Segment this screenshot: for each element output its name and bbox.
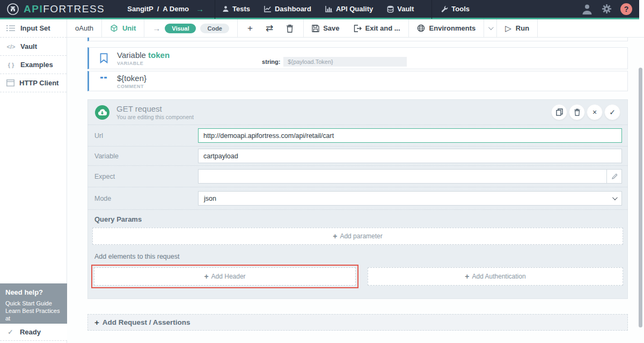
expect-input[interactable]	[198, 169, 607, 184]
comment-title: ${token}	[117, 74, 147, 83]
left-sidebar: Input Set </> Vault { } Examples HTTP Cl…	[0, 19, 67, 343]
test-toolbar: oAuth Unit → Visual Code + ⇄ Save Exit a…	[67, 19, 644, 38]
breadcrumb-project[interactable]: A Demo	[163, 5, 189, 13]
arrow-right-icon: →	[152, 24, 160, 33]
sidebar-item-examples[interactable]: { } Examples	[0, 56, 67, 74]
variable-field-row: Variable	[88, 147, 627, 166]
exit-icon	[354, 25, 362, 32]
nav-item-vault[interactable]: Vault	[380, 0, 421, 18]
save-button[interactable]: Save	[312, 24, 339, 32]
app-logo[interactable]: APIFORTRESS	[6, 3, 105, 16]
run-button[interactable]: ▷ Run	[497, 19, 538, 37]
nav-item-dashboard[interactable]: Dashboard	[257, 0, 318, 18]
nav-item-tests[interactable]: Tests	[215, 0, 257, 18]
breadcrumb-user[interactable]: SangitP	[127, 5, 153, 13]
user-icon	[222, 5, 229, 12]
need-help-box: Need help? Quick Start Guide Learn Best …	[0, 283, 67, 324]
scrollbar-gutter	[639, 0, 644, 19]
add-authentication-button[interactable]: + Add Authentication	[368, 267, 623, 286]
component-body: ${token} COMMENT	[117, 74, 147, 89]
variable-title: Variable token	[117, 50, 170, 60]
variable-value-pair: string: ${payload.Token}	[262, 57, 407, 67]
add-parameter-button[interactable]: + Add parameter	[92, 228, 623, 245]
file-actions: Save Exit and ...	[304, 19, 408, 37]
component-actions: + ⇄	[238, 19, 304, 37]
status-label: Ready	[20, 328, 41, 336]
quote-icon: “	[99, 77, 108, 85]
mode-select[interactable]: json	[198, 191, 622, 206]
sidebar-item-input-set[interactable]: Input Set	[0, 19, 67, 38]
code-toggle-button[interactable]: Code	[200, 24, 229, 33]
breadcrumb[interactable]: SangitP / A Demo →	[127, 4, 204, 13]
sidebar-item-vault[interactable]: </> Vault	[0, 38, 67, 56]
vertical-scrollbar-thumb[interactable]	[639, 68, 642, 327]
component-icon-wrap: “	[94, 77, 113, 85]
copy-icon	[556, 108, 563, 116]
request-icon-badge	[95, 105, 109, 120]
confirm-button[interactable]: ✓	[604, 104, 620, 120]
exit-button[interactable]: Exit and ...	[354, 24, 400, 32]
play-icon: ▷	[505, 24, 511, 32]
variable-component-card[interactable]: Variable token VARIABLE string: ${payloa…	[87, 47, 628, 69]
help-button[interactable]: ?	[620, 3, 632, 15]
database-icon	[387, 5, 394, 13]
wrench-icon	[441, 5, 448, 12]
component-icon-wrap	[94, 53, 113, 63]
chart-line-icon	[264, 5, 272, 12]
add-header-highlight: + Add Header	[91, 265, 358, 288]
quick-start-link[interactable]: Quick Start Guide	[5, 300, 62, 307]
list-icon	[6, 25, 16, 32]
globe-icon	[417, 24, 425, 32]
variable-name: token	[148, 50, 170, 60]
add-elements-label: Add elements to this request	[94, 253, 627, 260]
url-field-label: Url	[94, 132, 198, 140]
pencil-icon	[611, 173, 618, 180]
visual-toggle-button[interactable]: Visual	[165, 24, 196, 33]
test-composer-canvas: Variable token VARIABLE string: ${payloa…	[67, 38, 644, 343]
chevron-down-icon	[612, 195, 618, 200]
get-request-header: GET request You are editing this compone…	[88, 100, 627, 125]
braces-icon: { }	[6, 62, 16, 68]
browser-window-icon	[6, 79, 14, 86]
breadcrumb-arrow-icon: →	[196, 4, 204, 13]
url-field-row: Url	[88, 125, 627, 147]
trash-icon[interactable]	[286, 24, 294, 33]
variable-input[interactable]	[198, 149, 622, 163]
navbar-actions: ?	[581, 3, 632, 15]
bookmark-icon	[100, 53, 108, 63]
expect-field-label: Expect	[94, 173, 198, 180]
comment-component-card[interactable]: “ ${token} COMMENT	[87, 71, 628, 91]
ready-check-icon: ✓	[8, 328, 13, 336]
view-toggle: → Visual Code	[144, 19, 238, 37]
cancel-button[interactable]: ×	[587, 104, 603, 120]
url-input[interactable]	[198, 128, 622, 143]
need-help-title: Need help?	[5, 288, 62, 296]
expect-field-row: Expect	[88, 166, 627, 187]
request-header-text: GET request You are editing this compone…	[116, 104, 551, 120]
duplicate-button[interactable]	[551, 104, 567, 120]
settings-gear-icon[interactable]	[602, 4, 612, 14]
tab-oauth[interactable]: oAuth	[67, 19, 102, 37]
add-header-button[interactable]: + Add Header	[94, 267, 356, 286]
add-component-button[interactable]: +	[247, 24, 253, 33]
delete-button[interactable]	[569, 104, 585, 120]
cloud-download-icon	[98, 108, 107, 116]
nav-item-tools[interactable]: Tools	[434, 0, 477, 18]
account-icon[interactable]	[581, 3, 593, 15]
sidebar-item-http-client[interactable]: HTTP Client	[0, 74, 67, 92]
variable-value: ${payload.Token}	[283, 57, 407, 67]
environments-button[interactable]: Environments	[409, 19, 485, 37]
component-type-label: VARIABLE	[117, 61, 170, 66]
nav-item-api-quality[interactable]: API Quality	[318, 0, 380, 18]
partial-component-card	[87, 38, 628, 41]
save-icon	[312, 25, 319, 32]
expect-edit-button[interactable]	[607, 169, 622, 184]
environments-dropdown-toggle[interactable]	[484, 19, 497, 37]
navbar-divider	[431, 0, 432, 19]
mode-field-label: Mode	[94, 195, 198, 202]
reorder-icon[interactable]: ⇄	[266, 24, 273, 33]
add-request-assertions-button[interactable]: + Add Request / Assertions	[87, 314, 628, 331]
request-header-actions: × ✓	[551, 104, 620, 120]
top-navbar: APIFORTRESS SangitP / A Demo → Tests Das…	[0, 0, 644, 19]
tab-unit[interactable]: Unit	[102, 19, 144, 37]
